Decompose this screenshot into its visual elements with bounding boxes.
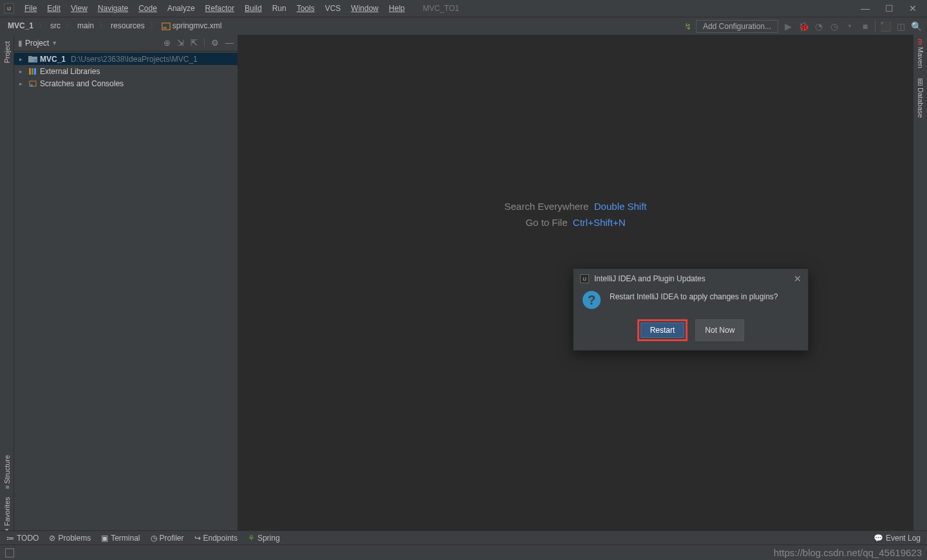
vcs-update-icon[interactable]: ⬛ xyxy=(879,21,891,32)
status-bar: https://blog.csdn.net/qq_45619623 xyxy=(0,545,927,560)
menu-run[interactable]: Run xyxy=(267,2,292,15)
crumb-src[interactable]: src xyxy=(48,21,63,30)
project-panel-title[interactable]: Project xyxy=(25,39,49,48)
dialog-titlebar: IJ IntelliJ IDEA and Plugin Updates ✕ xyxy=(574,269,808,288)
folder-icon: ▮ xyxy=(18,39,23,48)
event-log-tab[interactable]: 💬Event Log xyxy=(874,534,921,543)
chevron-down-icon[interactable]: ▼ xyxy=(52,40,57,46)
tree-scratches-label: Scratches and Consoles xyxy=(40,79,124,88)
window-controls: — ☐ ✕ xyxy=(861,3,923,14)
stop-icon[interactable]: ■ xyxy=(859,21,871,32)
chevron-right-icon: 〉 xyxy=(99,21,106,30)
minimize-icon[interactable]: — xyxy=(861,3,870,14)
tree-root-name: MVC_1 xyxy=(40,55,66,64)
debug-icon[interactable]: 🐞 xyxy=(798,21,809,32)
maximize-icon[interactable]: ☐ xyxy=(885,3,894,14)
crumb-main[interactable]: main xyxy=(75,21,97,30)
menu-navigate[interactable]: Navigate xyxy=(93,2,133,15)
statusbar-toggle-icon[interactable] xyxy=(5,548,14,557)
profile-icon[interactable]: ◷ xyxy=(829,21,840,32)
dialog-close-icon[interactable]: ✕ xyxy=(794,274,801,284)
svg-rect-1 xyxy=(163,27,166,29)
crumb-file[interactable]: springmvc.xml xyxy=(159,21,225,31)
ide-settings-icon[interactable]: ◫ xyxy=(895,21,906,32)
collapsed-arrow-icon[interactable]: ▸ xyxy=(19,80,26,87)
toolwindow-maven-tab[interactable]: m Maven xyxy=(917,39,924,68)
toolwindow-structure-tab[interactable]: ≡Structure xyxy=(3,455,11,489)
collapsed-arrow-icon[interactable]: ▸ xyxy=(19,68,26,75)
toolwindow-database-tab[interactable]: 🗄 Database xyxy=(917,79,924,118)
tree-external-libraries[interactable]: ▸ External Libraries xyxy=(14,65,238,77)
crumb-resources[interactable]: resources xyxy=(108,21,147,30)
menu-tools[interactable]: Tools xyxy=(292,2,320,15)
left-toolwindow-bar: Project ≡Structure ★Favorites xyxy=(0,35,14,545)
empty-editor-hints: Search Everywhere Double Shift Go to Fil… xyxy=(505,196,647,233)
coverage-icon[interactable]: ◔ xyxy=(813,21,825,32)
svg-rect-5 xyxy=(34,68,36,75)
toolwindow-endpoints-tab[interactable]: ↪Endpoints xyxy=(194,534,238,543)
menu-refactor[interactable]: Refactor xyxy=(200,2,239,15)
gear-icon[interactable]: ⚙ xyxy=(211,38,219,48)
tree-scratches[interactable]: ▸ Scratches and Consoles xyxy=(14,77,238,89)
project-tree[interactable]: ▸ MVC_1 D:\Users\23638\IdeaProjects\MVC_… xyxy=(14,51,238,91)
expand-all-icon[interactable]: ⇲ xyxy=(177,38,184,48)
toolwindow-terminal-tab[interactable]: ▣Terminal xyxy=(101,534,140,543)
title-project-name: MVC_TO1 xyxy=(423,4,459,13)
crumb-project[interactable]: MVC_1 xyxy=(5,21,36,30)
breadcrumb: MVC_1 〉 src 〉 main 〉 resources 〉 springm… xyxy=(5,21,224,31)
not-now-button[interactable]: Not Now xyxy=(695,319,744,341)
module-folder-icon xyxy=(28,55,37,64)
hint-search-key: Double Shift xyxy=(594,201,647,212)
menu-view[interactable]: View xyxy=(66,2,93,15)
menu-vcs[interactable]: VCS xyxy=(320,2,346,15)
hint-search-label: Search Everywhere xyxy=(505,201,589,212)
menu-help[interactable]: Help xyxy=(384,2,410,15)
dropdown-icon[interactable]: ▼ xyxy=(844,23,856,29)
close-icon[interactable]: ✕ xyxy=(909,3,917,14)
menu-window[interactable]: Window xyxy=(346,2,384,15)
scratches-icon xyxy=(28,79,37,88)
hint-gotofile-label: Go to File xyxy=(525,217,567,228)
titlebar: IJ File Edit View Navigate Code Analyze … xyxy=(0,0,927,17)
question-icon xyxy=(583,291,601,309)
toolwindow-profiler-tab[interactable]: ◷Profiler xyxy=(151,534,184,543)
watermark-text: https://blog.csdn.net/qq_45619623 xyxy=(774,547,922,558)
navigation-bar: MVC_1 〉 src 〉 main 〉 resources 〉 springm… xyxy=(0,17,927,35)
app-logo-icon: IJ xyxy=(580,274,589,283)
menu-file[interactable]: File xyxy=(19,2,42,15)
xml-file-icon xyxy=(162,22,171,31)
restart-button[interactable]: Restart xyxy=(641,322,685,338)
editor-area: Search Everywhere Double Shift Go to Fil… xyxy=(238,35,913,545)
libraries-icon xyxy=(28,67,37,76)
hide-icon[interactable]: — xyxy=(225,38,234,48)
run-config-dropdown[interactable]: Add Configuration... xyxy=(696,20,778,33)
main-menu: File Edit View Navigate Code Analyze Ref… xyxy=(19,2,410,15)
highlight-annotation: Restart xyxy=(637,319,688,341)
collapsed-arrow-icon[interactable]: ▸ xyxy=(19,56,26,62)
build-icon[interactable]: ↯ xyxy=(684,21,692,32)
bottom-toolwindow-bar: ≔TODO ⊘Problems ▣Terminal ◷Profiler ↪End… xyxy=(0,530,927,545)
chevron-right-icon: 〉 xyxy=(39,21,45,30)
menu-code[interactable]: Code xyxy=(133,2,162,15)
toolwindow-problems-tab[interactable]: ⊘Problems xyxy=(49,534,91,543)
menu-analyze[interactable]: Analyze xyxy=(162,2,200,15)
toolwindow-project-tab[interactable]: Project xyxy=(3,41,11,63)
search-icon[interactable]: 🔍 xyxy=(910,21,922,32)
run-icon[interactable]: ▶ xyxy=(782,21,794,32)
tree-root-path: D:\Users\23638\IdeaProjects\MVC_1 xyxy=(71,55,198,64)
menu-build[interactable]: Build xyxy=(239,2,267,15)
tree-root[interactable]: ▸ MVC_1 D:\Users\23638\IdeaProjects\MVC_… xyxy=(14,53,238,65)
toolwindow-favorites-tab[interactable]: ★Favorites xyxy=(3,497,11,534)
run-config-label: Add Configuration... xyxy=(703,22,771,31)
toolwindow-spring-tab[interactable]: ⚘Spring xyxy=(248,534,280,543)
project-tool-window: ▮ Project ▼ ⊕ ⇲ ⇱ ⚙ — ▸ MVC_1 D:\Users\2… xyxy=(14,35,238,545)
svg-rect-0 xyxy=(162,23,170,30)
svg-point-7 xyxy=(30,84,33,87)
right-toolwindow-bar: m Maven 🗄 Database xyxy=(913,35,927,545)
dialog-title: IntelliJ IDEA and Plugin Updates xyxy=(594,274,706,283)
locate-icon[interactable]: ⊕ xyxy=(164,38,171,48)
menu-edit[interactable]: Edit xyxy=(42,2,66,15)
toolwindow-todo-tab[interactable]: ≔TODO xyxy=(6,534,39,543)
chevron-right-icon: 〉 xyxy=(150,21,156,30)
collapse-all-icon[interactable]: ⇱ xyxy=(191,38,198,48)
